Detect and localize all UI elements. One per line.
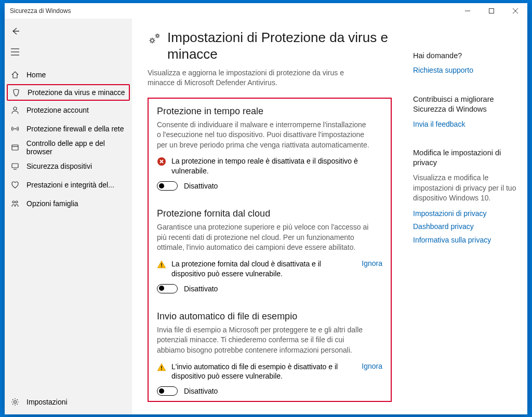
section-sample: Invio automatico di file di esempio Invi… [157,311,382,396]
svg-point-17 [156,34,158,36]
hamburger-button[interactable] [5,42,25,62]
svg-point-22 [161,369,162,370]
sidebar-item-virus[interactable]: Protezione da virus e minacce [7,84,130,101]
warning-icon [157,362,166,372]
sidebar-item-label: Protezione firewall e della rete [26,125,124,133]
privacy-dashboard-link[interactable]: Dashboard privacy [413,222,517,232]
svg-point-13 [12,201,15,203]
sidebar-item-label: Prestazioni e integrità del... [26,181,114,189]
heart-icon [10,181,20,189]
toggle-cloud[interactable] [157,284,178,293]
device-icon [10,162,20,170]
sidebar-item-label: Controllo delle app e del browser [26,139,132,156]
aside-privacy: Modifica le impostazioni di privacy Visu… [413,148,517,245]
section-realtime: Protezione in tempo reale Consente di in… [157,106,382,191]
feedback-link[interactable]: Invia il feedback [413,119,517,130]
svg-point-14 [16,201,18,203]
section-desc: Invia file di esempio a Microsoft per pr… [157,325,370,356]
sidebar-item-label: Home [26,71,46,79]
sidebar-item-appbrowser[interactable]: Controllo delle app e del browser [5,138,132,157]
svg-rect-1 [489,8,494,13]
section-cloud: Protezione fornita dal cloud Garantisce … [157,208,382,293]
settings-highlight-box: Protezione in tempo reale Consente di in… [148,98,392,402]
sidebar-item-label: Sicurezza dispositivi [26,162,92,170]
section-desc: Consente di individuare il malware e int… [157,120,370,151]
sidebar-item-label: Opzioni famiglia [26,199,78,208]
minimize-button[interactable] [456,3,480,19]
sidebar-item-label: Impostazioni [26,398,68,406]
toggle-label: Disattivato [184,285,218,293]
alert-text: La protezione in tempo reale è disattiva… [171,156,382,176]
shield-icon [11,88,21,97]
titlebar: Sicurezza di Windows [5,3,527,19]
section-title: Protezione in tempo reale [157,106,382,117]
aside-feedback: Contribuisci a migliorare Sicurezza di W… [413,95,517,129]
app-window: Sicurezza di Windows [5,3,527,414]
sidebar-item-health[interactable]: Prestazioni e integrità del... [5,176,132,194]
dismiss-link[interactable]: Ignora [362,362,382,370]
svg-point-8 [15,128,16,129]
svg-rect-11 [12,164,18,168]
alert-text: La protezione fornita dal cloud è disatt… [171,259,353,279]
aside-panel: Hai domande? Richiesta supporto Contribu… [408,19,527,414]
section-title: Invio automatico di file di esempio [157,311,382,322]
sidebar-item-firewall[interactable]: Protezione firewall e della rete [5,119,132,138]
toggle-label: Disattivato [184,182,218,190]
window-title: Sicurezza di Windows [10,7,71,15]
window-controls [456,3,527,19]
gear-icon [10,398,20,406]
sidebar-item-settings[interactable]: Impostazioni [5,393,132,411]
antenna-icon [10,125,20,133]
section-desc: Garantisce una protezione superiore e pi… [157,222,370,253]
privacy-settings-link[interactable]: Impostazioni di privacy [413,209,517,219]
warning-icon [157,260,166,269]
maximize-button[interactable] [480,3,503,19]
aside-text: Visualizza e modifica le impostazioni di… [413,173,517,204]
svg-point-16 [151,39,154,42]
svg-point-15 [14,400,17,403]
aside-questions: Hai domande? Richiesta supporto [413,51,517,76]
svg-rect-9 [12,145,18,150]
aside-title: Contribuisci a migliorare Sicurezza di W… [413,95,517,114]
sidebar-item-device[interactable]: Sicurezza dispositivi [5,157,132,176]
support-link[interactable]: Richiesta supporto [413,65,517,76]
page-title: Impostazioni di Protezione da virus e mi… [167,29,397,63]
close-button[interactable] [503,3,527,19]
sidebar-item-family[interactable]: Opzioni famiglia [5,194,132,213]
back-button[interactable] [5,21,25,42]
sidebar: Home Protezione da virus e minacce Prote… [5,19,132,414]
alert-row: La protezione in tempo reale è disattiva… [157,156,382,176]
settings-icon [148,32,161,46]
account-icon [10,106,20,114]
section-title: Protezione fornita dal cloud [157,208,382,219]
main-content: Impostazioni di Protezione da virus e mi… [132,19,408,414]
alert-row: L'invio automatico di file di esempio è … [157,362,382,382]
page-subtitle: Visualizza e aggiorna le impostazioni di… [148,68,366,88]
home-icon [10,71,20,79]
dismiss-link[interactable]: Ignora [362,259,382,267]
sidebar-item-account[interactable]: Protezione account [5,101,132,119]
aside-title: Modifica le impostazioni di privacy [413,148,517,168]
toggle-sample[interactable] [157,386,178,396]
sidebar-item-label: Protezione account [26,106,89,114]
sidebar-item-home[interactable]: Home [5,65,132,84]
svg-point-20 [161,266,162,267]
error-icon [157,157,166,166]
svg-point-7 [14,107,17,110]
alert-text: L'invio automatico di file di esempio è … [171,362,353,382]
app-icon [10,143,20,152]
privacy-policy-link[interactable]: Informativa sulla privacy [413,235,517,246]
family-icon [10,199,20,208]
aside-title: Hai domande? [413,51,517,61]
toggle-label: Disattivato [184,387,218,395]
sidebar-item-label: Protezione da virus e minacce [28,88,125,97]
toggle-realtime[interactable] [157,181,178,191]
alert-row: La protezione fornita dal cloud è disatt… [157,259,382,279]
